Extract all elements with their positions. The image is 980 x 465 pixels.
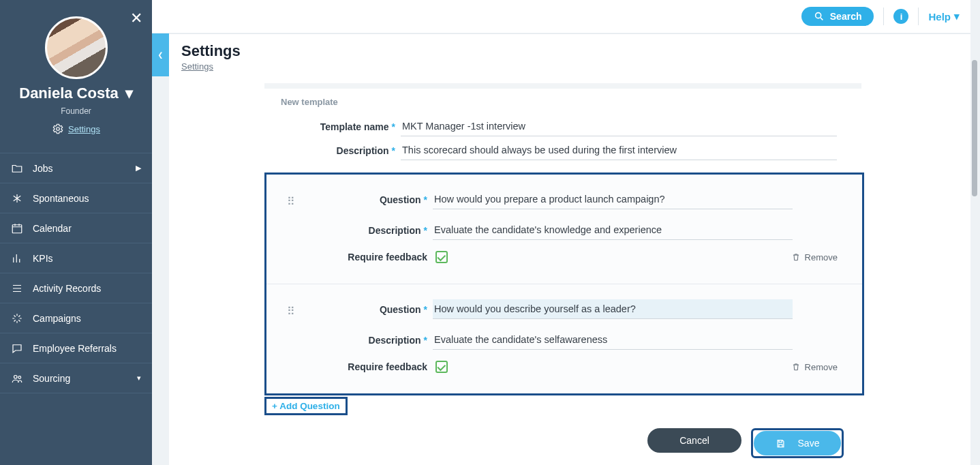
required-star: *	[424, 335, 427, 346]
main-content: New template Template name* Description*…	[169, 76, 970, 465]
require-feedback-label: Require feedback	[284, 361, 433, 372]
chevron-down-icon: ▾	[954, 10, 960, 22]
gear-icon	[52, 123, 64, 135]
people-icon	[11, 372, 23, 385]
section-caption: New template	[264, 97, 954, 107]
scrollbar[interactable]	[972, 35, 977, 458]
question-label: Question*	[284, 194, 433, 205]
drag-handle-icon[interactable]: ⠿	[287, 195, 296, 208]
question-block: ⠿ Question* Description* Require feedbac…	[266, 175, 862, 284]
user-settings-label: Settings	[68, 124, 100, 134]
require-feedback-row: Require feedback Remove	[284, 361, 844, 373]
required-star: *	[424, 225, 427, 236]
collapse-panel-button[interactable]: ❮	[152, 33, 169, 76]
required-star: *	[424, 194, 427, 205]
svg-point-2	[14, 375, 18, 378]
svg-point-3	[18, 376, 21, 378]
sidebar: ✕ Daniela Costa ▾ Founder Settings Jobs …	[0, 0, 152, 465]
question-block: ⠿ Question* Description* Require feedbac…	[266, 284, 862, 393]
question-description-row: Description*	[284, 220, 844, 240]
folder-icon	[11, 162, 23, 175]
svg-rect-1	[12, 224, 22, 232]
search-label: Search	[830, 11, 862, 22]
question-description-label: Description*	[284, 225, 433, 236]
sidebar-item-jobs[interactable]: Jobs ▶	[0, 153, 152, 183]
required-star: *	[424, 304, 427, 315]
cancel-button[interactable]: Cancel	[647, 428, 741, 453]
drag-handle-icon[interactable]: ⠿	[287, 305, 296, 318]
chevron-down-icon: ▾	[137, 374, 141, 382]
remove-question-button[interactable]: Remove	[791, 252, 838, 262]
sidebar-item-referrals[interactable]: Employee Referrals	[0, 333, 152, 363]
page-title: Settings	[181, 42, 958, 60]
divider	[918, 7, 919, 25]
info-icon[interactable]: i	[893, 9, 908, 24]
svg-point-0	[57, 127, 60, 131]
sidebar-item-spontaneous[interactable]: Spontaneous	[0, 183, 152, 213]
question-description-row: Description*	[284, 330, 844, 350]
require-feedback-checkbox[interactable]	[435, 361, 448, 373]
template-name-label: Template name*	[264, 121, 401, 132]
save-button[interactable]: Save	[754, 431, 841, 455]
asterisk-icon	[11, 192, 23, 205]
page-header: Settings Settings	[169, 33, 970, 76]
sidebar-nav: Jobs ▶ Spontaneous Calendar KPIs Activit…	[0, 153, 152, 393]
sidebar-item-label: Calendar	[33, 223, 72, 234]
scroll-thumb[interactable]	[972, 60, 977, 196]
sidebar-item-calendar[interactable]: Calendar	[0, 213, 152, 243]
sidebar-item-kpis[interactable]: KPIs	[0, 243, 152, 273]
trash-icon	[791, 252, 801, 262]
question-description-input[interactable]	[433, 220, 793, 240]
sidebar-item-label: Spontaneous	[33, 193, 89, 204]
question-description-label: Description*	[284, 335, 433, 346]
save-highlight: Save	[751, 428, 844, 458]
help-label: Help	[928, 11, 951, 22]
svg-point-4	[815, 13, 821, 18]
description-input[interactable]	[401, 140, 837, 160]
description-row: Description*	[264, 140, 954, 160]
add-question-button[interactable]: + Add Question	[264, 397, 348, 415]
description-label: Description*	[264, 145, 401, 156]
require-feedback-checkbox[interactable]	[435, 251, 448, 263]
trash-icon	[791, 362, 801, 372]
remove-question-button[interactable]: Remove	[791, 362, 838, 372]
sidebar-item-sourcing[interactable]: Sourcing ▾	[0, 363, 152, 393]
question-input[interactable]	[433, 190, 793, 209]
question-row: Question*	[284, 299, 844, 319]
user-name-row[interactable]: Daniela Costa ▾	[0, 85, 152, 102]
question-description-input[interactable]	[433, 330, 793, 350]
close-icon[interactable]: ✕	[130, 10, 142, 27]
require-feedback-label: Require feedback	[284, 252, 433, 262]
top-bar: Search i Help ▾	[152, 0, 970, 33]
sidebar-item-label: Campaigns	[33, 313, 81, 324]
sidebar-item-activity[interactable]: Activity Records	[0, 273, 152, 303]
search-button[interactable]: Search	[801, 7, 874, 26]
question-input[interactable]	[433, 299, 793, 319]
user-settings-link[interactable]: Settings	[0, 123, 152, 135]
avatar[interactable]	[45, 16, 108, 79]
sidebar-item-label: Employee Referrals	[33, 343, 117, 354]
help-dropdown[interactable]: Help ▾	[928, 10, 960, 22]
divider	[883, 7, 884, 25]
calendar-icon	[11, 222, 23, 235]
section-bar	[264, 83, 861, 89]
breadcrumb-link[interactable]: Settings	[181, 61, 213, 72]
required-star: *	[392, 145, 395, 156]
sidebar-item-label: KPIs	[33, 253, 53, 264]
list-icon	[11, 282, 23, 295]
template-name-input[interactable]	[401, 117, 837, 136]
user-role: Founder	[0, 106, 152, 116]
sidebar-item-campaigns[interactable]: Campaigns	[0, 303, 152, 333]
sidebar-item-label: Activity Records	[33, 283, 101, 294]
save-icon	[776, 438, 786, 449]
breadcrumb: Settings	[181, 61, 958, 72]
user-name: Daniela Costa	[19, 85, 119, 102]
question-row: Question*	[284, 190, 844, 209]
sidebar-item-label: Jobs	[33, 163, 53, 174]
question-label: Question*	[284, 304, 433, 315]
sidebar-item-label: Sourcing	[33, 373, 70, 384]
bars-icon	[11, 252, 23, 265]
search-icon	[814, 11, 825, 22]
chat-icon	[11, 342, 23, 355]
chevron-right-icon: ▶	[136, 164, 141, 172]
